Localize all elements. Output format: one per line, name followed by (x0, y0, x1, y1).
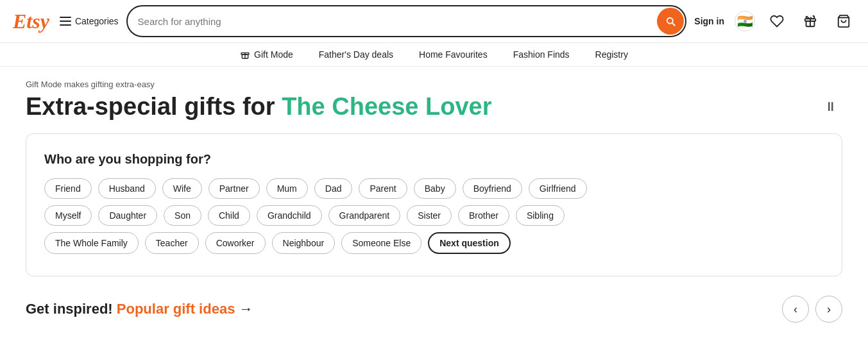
pill-girlfriend[interactable]: Girlfriend (529, 178, 587, 199)
next-question-button[interactable]: Next question (428, 232, 511, 254)
categories-label: Categories (75, 16, 119, 26)
hamburger-icon (60, 17, 71, 26)
pill-wife[interactable]: Wife (162, 178, 202, 199)
pills-row-2: Myself Daughter Son Child Grandchild Gra… (44, 205, 824, 226)
pill-teacher[interactable]: Teacher (145, 232, 199, 254)
wishlist-button[interactable] (765, 10, 788, 33)
pill-parent[interactable]: Parent (359, 178, 407, 199)
pill-son[interactable]: Son (164, 205, 201, 226)
headline-prefix: Extra-special gifts for (26, 93, 282, 120)
gift-nav-icon (240, 49, 250, 60)
pause-button[interactable]: ⏸ (819, 97, 842, 117)
pill-brother[interactable]: Brother (458, 205, 509, 226)
pill-someone-else[interactable]: Someone Else (341, 232, 421, 254)
pills-row-3: The Whole Family Teacher Coworker Neighb… (44, 232, 824, 254)
pill-mum[interactable]: Mum (266, 178, 308, 199)
inspired-popular: Popular gift ideas (117, 301, 235, 317)
etsy-logo[interactable]: Etsy (13, 10, 49, 33)
pills-row-1: Friend Husband Wife Partner Mum Dad Pare… (44, 178, 824, 199)
inspired-row: Get inspired! Popular gift ideas→ ‹ › (26, 296, 842, 323)
pill-coworker[interactable]: Coworker (205, 232, 266, 254)
pill-the-whole-family[interactable]: The Whole Family (44, 232, 139, 254)
pill-daughter[interactable]: Daughter (98, 205, 157, 226)
heart-icon (770, 14, 784, 28)
inspired-arrow: → (239, 301, 253, 317)
search-bar (126, 5, 687, 37)
pill-grandparent[interactable]: Grandparent (328, 205, 401, 226)
cart-button[interactable] (832, 10, 855, 33)
navbar: Gift Mode Father's Day deals Home Favour… (0, 43, 868, 67)
pill-grandchild[interactable]: Grandchild (257, 205, 322, 226)
headline: Extra-special gifts for The Cheese Lover… (26, 93, 842, 121)
pill-sibling[interactable]: Sibling (516, 205, 565, 226)
inspired-prefix: Get inspired! (26, 301, 117, 317)
nav-gift-mode[interactable]: Gift Mode (240, 49, 293, 60)
search-icon (665, 15, 676, 27)
pill-friend[interactable]: Friend (44, 178, 92, 199)
gift-registry-button[interactable] (799, 10, 822, 33)
locale-flag[interactable]: 🇮🇳 (735, 11, 755, 31)
nav-fathers-day[interactable]: Father's Day deals (319, 49, 393, 60)
pill-partner[interactable]: Partner (208, 178, 260, 199)
pill-baby[interactable]: Baby (414, 178, 456, 199)
gift-icon (803, 14, 817, 28)
shopping-card: Who are you shopping for? Friend Husband… (26, 133, 842, 276)
categories-button[interactable]: Categories (60, 16, 119, 26)
sign-in-button[interactable]: Sign in (694, 16, 724, 26)
topbar: Etsy Categories Sign in 🇮🇳 (0, 0, 868, 43)
cart-icon (837, 14, 851, 28)
pill-sister[interactable]: Sister (407, 205, 452, 226)
pill-neighbour[interactable]: Neighbour (272, 232, 336, 254)
inspired-text: Get inspired! Popular gift ideas→ (26, 301, 253, 317)
pill-child[interactable]: Child (208, 205, 250, 226)
gift-mode-subtitle: Gift Mode makes gifting extra-easy (26, 80, 842, 89)
pill-myself[interactable]: Myself (44, 205, 92, 226)
topbar-right: Sign in 🇮🇳 (694, 10, 855, 33)
nav-registry[interactable]: Registry (595, 49, 628, 60)
headline-colored: The Cheese Lover (282, 93, 491, 120)
pill-boyfriend[interactable]: Boyfriend (463, 178, 522, 199)
nav-fashion-finds[interactable]: Fashion Finds (513, 49, 570, 60)
search-button[interactable] (657, 8, 684, 35)
pill-dad[interactable]: Dad (314, 178, 353, 199)
next-arrow-button[interactable]: › (815, 296, 842, 323)
main-content: Gift Mode makes gifting extra-easy Extra… (0, 67, 868, 335)
nav-home-favourites[interactable]: Home Favourites (419, 49, 488, 60)
pill-husband[interactable]: Husband (98, 178, 156, 199)
search-input[interactable] (138, 11, 656, 32)
prev-arrow-button[interactable]: ‹ (782, 296, 809, 323)
nav-arrows: ‹ › (782, 296, 842, 323)
shopping-title: Who are you shopping for? (44, 152, 824, 167)
